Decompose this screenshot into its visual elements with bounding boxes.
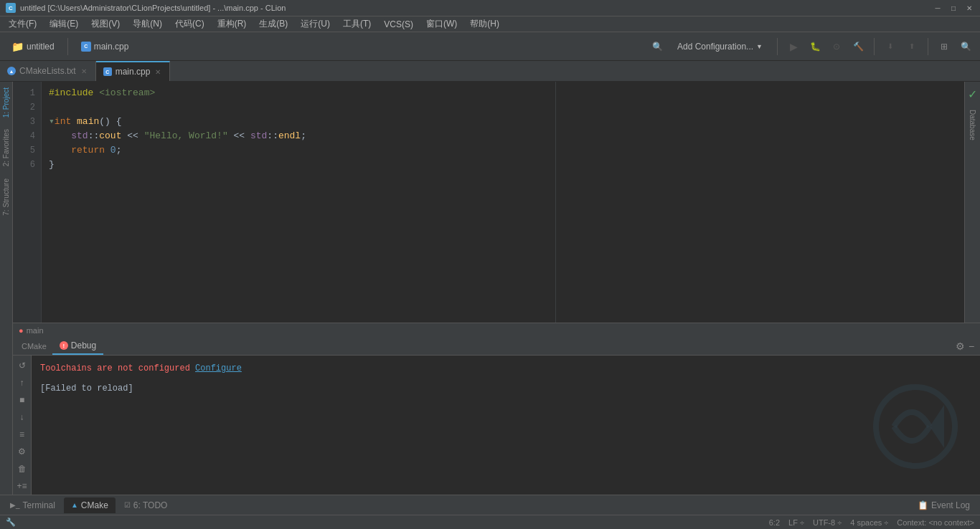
menu-view[interactable]: 视图(V) bbox=[85, 16, 126, 32]
minimize-button[interactable]: ─ bbox=[933, 3, 943, 13]
menu-refactor[interactable]: 重构(R) bbox=[212, 16, 253, 32]
panel-label-structure[interactable]: 7: Structure bbox=[0, 173, 12, 221]
search-everywhere-button[interactable]: 🔍 bbox=[957, 38, 974, 55]
cmake-panel-label[interactable]: CMake bbox=[16, 342, 52, 351]
minimize-panel-icon[interactable]: − bbox=[966, 340, 977, 352]
code-area: 1 2 3 4 5 6 #include <iostream> ▾int mai… bbox=[13, 82, 555, 323]
semicolon-1: ; bbox=[301, 130, 306, 141]
tab-main-cpp-label: main.cpp bbox=[116, 67, 151, 77]
todo-icon: ☑ bbox=[124, 501, 131, 509]
panel-label-project[interactable]: 1: Project bbox=[0, 82, 12, 123]
database-label[interactable]: Database bbox=[967, 104, 978, 146]
cmake-stop-button[interactable]: ■ bbox=[15, 393, 29, 407]
app-icon: C bbox=[6, 3, 16, 13]
keyword-int: int bbox=[55, 116, 71, 127]
line-numbers: 1 2 3 4 5 6 bbox=[13, 82, 42, 323]
menu-window[interactable]: 窗口(W) bbox=[420, 16, 463, 32]
file-selector[interactable]: C main.cpp bbox=[75, 39, 135, 54]
search-everywhere-icon[interactable]: 🔍 bbox=[649, 38, 666, 55]
event-log-button[interactable]: 📋 Event Log bbox=[910, 497, 977, 513]
tab-main-cpp-close[interactable]: ✕ bbox=[154, 67, 162, 77]
run-with-coverage-button[interactable]: ⊙ bbox=[828, 38, 845, 55]
stream-op-2: << bbox=[234, 130, 245, 141]
cmake-list-button[interactable]: ≡ bbox=[15, 427, 29, 442]
menu-build[interactable]: 生成(B) bbox=[253, 16, 293, 32]
include-path: <iostream> bbox=[99, 87, 155, 98]
breadcrumb-main: main bbox=[27, 326, 44, 335]
line-num-5: 5 bbox=[13, 143, 41, 158]
bottom-panel: CMake ! Debug ⚙ − ↺ ↑ ■ ↓ bbox=[13, 337, 980, 495]
cmake-add-list-button[interactable]: +≡ bbox=[15, 479, 29, 493]
add-configuration-button[interactable]: Add Configuration... ▼ bbox=[670, 39, 770, 54]
tab-cmake-close[interactable]: ✕ bbox=[80, 67, 88, 76]
menu-vcs[interactable]: VCS(S) bbox=[378, 18, 419, 31]
cpp-icon: C bbox=[103, 67, 112, 76]
func-main: main bbox=[77, 116, 99, 127]
status-vcs: 🔧 bbox=[6, 518, 16, 527]
toolbar-separator-3 bbox=[874, 38, 875, 55]
menu-run[interactable]: 运行(U) bbox=[295, 16, 336, 32]
status-charset[interactable]: UTF-8 ÷ bbox=[813, 518, 842, 527]
menu-code[interactable]: 代码(C) bbox=[169, 16, 210, 32]
debug-tab[interactable]: ! Debug bbox=[52, 338, 103, 355]
window-controls[interactable]: ─ □ ✕ bbox=[933, 3, 974, 13]
cpp-file-icon: C bbox=[81, 42, 91, 52]
endl-func: endl bbox=[278, 130, 301, 141]
build-button[interactable]: 🔨 bbox=[849, 38, 867, 55]
vcs-commit-button[interactable]: ⬆ bbox=[903, 38, 920, 55]
status-lf[interactable]: LF ÷ bbox=[788, 518, 804, 527]
cmake-reload-button[interactable]: ↺ bbox=[15, 358, 29, 373]
scope-op-2: :: bbox=[267, 130, 278, 141]
terminal-tab[interactable]: ▶_ Terminal bbox=[3, 497, 62, 513]
tab-bar: ▲ CMakeLists.txt ✕ C main.cpp ✕ bbox=[0, 60, 980, 82]
code-editor[interactable]: 1 2 3 4 5 6 #include <iostream> ▾int mai… bbox=[13, 82, 980, 323]
cmake-up-button[interactable]: ↑ bbox=[15, 376, 29, 390]
editor-main-area: 1 2 3 4 5 6 #include <iostream> ▾int mai… bbox=[13, 82, 980, 495]
panel-label-favorites[interactable]: 2: Favorites bbox=[0, 123, 12, 172]
std-namespace: std bbox=[71, 130, 88, 141]
status-right: 6:2 LF ÷ UTF-8 ÷ 4 spaces ÷ Context: <no… bbox=[769, 518, 974, 527]
vcs-update-button[interactable]: ⬇ bbox=[882, 38, 899, 55]
fold-marker[interactable]: ▾ bbox=[49, 116, 55, 127]
status-bar: 🔧 6:2 LF ÷ UTF-8 ÷ 4 spaces ÷ Context: <… bbox=[0, 515, 980, 529]
editor-bottom-container: 1: Project 2: Favorites 7: Structure 1 2… bbox=[0, 82, 980, 495]
project-name: untitled bbox=[27, 42, 55, 52]
settings-icon[interactable]: ⚙ bbox=[954, 340, 966, 352]
menu-help[interactable]: 帮助(H) bbox=[464, 16, 505, 32]
tab-cmake[interactable]: ▲ CMakeLists.txt ✕ bbox=[0, 61, 96, 81]
checkmark-icon[interactable]: ✓ bbox=[965, 85, 980, 104]
return-value: 0 bbox=[110, 145, 116, 156]
cmake-bottom-label: CMake bbox=[81, 500, 108, 510]
breadcrumb-bar: ● main bbox=[13, 323, 980, 337]
cmake-settings-button[interactable]: ⚙ bbox=[15, 444, 29, 459]
line-num-3: 3 bbox=[13, 115, 41, 129]
bottom-panel-tabs: CMake ! Debug ⚙ − bbox=[13, 338, 980, 356]
editor-wrapper: 1 2 3 4 5 6 #include <iostream> ▾int mai… bbox=[13, 82, 555, 323]
preprocessor-include: #include bbox=[49, 87, 93, 98]
close-button[interactable]: ✕ bbox=[964, 3, 974, 13]
configure-link[interactable]: Configure bbox=[195, 363, 242, 373]
menu-file[interactable]: 文件(F) bbox=[3, 16, 42, 32]
status-indent[interactable]: 4 spaces ÷ bbox=[850, 518, 888, 527]
output-spacer bbox=[40, 376, 971, 381]
stream-op-1: << bbox=[127, 130, 138, 141]
code-content[interactable]: #include <iostream> ▾int main() { std::c… bbox=[42, 82, 555, 323]
tab-main-cpp[interactable]: C main.cpp ✕ bbox=[96, 61, 171, 81]
scope-op: :: bbox=[88, 130, 100, 141]
todo-tab[interactable]: ☑ 6: TODO bbox=[117, 497, 175, 513]
event-log-label: Event Log bbox=[931, 500, 970, 510]
project-selector[interactable]: 📁 untitled bbox=[6, 38, 60, 55]
menu-edit[interactable]: 编辑(E) bbox=[44, 16, 84, 32]
cmake-clear-button[interactable]: 🗑 bbox=[15, 462, 29, 476]
debug-button[interactable]: 🐛 bbox=[806, 38, 824, 55]
todo-label: 6: TODO bbox=[133, 500, 168, 510]
expand-editor-button[interactable]: ⊞ bbox=[936, 38, 953, 55]
maximize-button[interactable]: □ bbox=[948, 3, 958, 13]
menu-tools[interactable]: 工具(T) bbox=[337, 16, 377, 32]
cmake-down-button[interactable]: ↓ bbox=[15, 410, 29, 424]
menu-navigate[interactable]: 导航(N) bbox=[127, 16, 168, 32]
status-position[interactable]: 6:2 bbox=[769, 518, 780, 527]
run-button[interactable]: ▶ bbox=[785, 38, 802, 55]
cmake-bottom-tab[interactable]: ▲ CMake bbox=[64, 497, 116, 513]
editor-section: ▲ CMakeLists.txt ✕ C main.cpp ✕ 1: Proje… bbox=[0, 60, 980, 529]
